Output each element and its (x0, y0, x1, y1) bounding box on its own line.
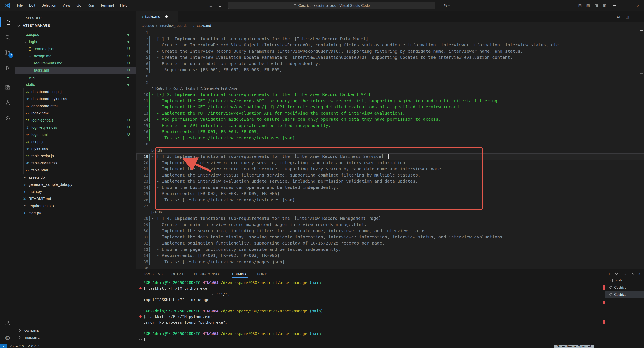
terminal-profile-chevron-icon[interactable] (615, 272, 618, 274)
file-login-script-js[interactable]: JSlogin-script.jsU (15, 117, 136, 124)
menu-terminal[interactable]: Terminal (97, 2, 117, 9)
terminal-session-bash[interactable]: >_bash (605, 277, 644, 284)
folder-wiki[interactable]: wiki (15, 74, 136, 81)
editor-line-27[interactable]: 27 (136, 203, 644, 209)
session-sync-button[interactable]: ↻ (444, 0, 450, 11)
panel-tab-output[interactable]: OUTPUT (172, 269, 185, 279)
file-table-script-js[interactable]: JStable-script.js (15, 152, 136, 160)
split-editor-icon[interactable]: ◫ (625, 14, 629, 19)
editor-line-2[interactable]: 2- [ ] 1. Implement functional sub-requi… (136, 36, 644, 42)
editor-line-36[interactable]: 36 (136, 265, 644, 269)
panel-tab-debug-console[interactable]: DEBUG CONSOLE (194, 269, 223, 279)
maximize-panel-icon[interactable] (631, 273, 633, 276)
editor-line-24[interactable]: 24 - Ensure the business services can op… (136, 184, 644, 191)
explorer-more-icon[interactable]: ··· (127, 15, 132, 20)
panel-tab-terminal[interactable]: TERMINAL (232, 269, 248, 279)
workspace-root[interactable]: ASSET-MANAGE (15, 22, 136, 29)
editor-line-5[interactable]: 5 - Create the Interview Evaluation Upda… (136, 54, 644, 61)
editor-line-13[interactable]: 13 - Implement the PUT /interview/evalua… (136, 110, 644, 116)
breadcrumb-tasks-md[interactable]: tasks.md (197, 24, 211, 28)
open-preview-icon[interactable]: ⧉ (617, 14, 620, 19)
panel-tab-ports[interactable]: PORTS (257, 269, 268, 279)
file-styles-css[interactable]: #styles.css (15, 145, 136, 152)
file-main-py[interactable]: ❖main.py (15, 188, 136, 195)
breadcrumb[interactable]: .cospec›interview_records›↓tasks.md (136, 22, 644, 30)
file-cometa-json[interactable]: {}.cometa.jsonU (15, 45, 136, 52)
minimize-button[interactable] (609, 0, 620, 11)
close-panel-icon[interactable]: × (638, 272, 641, 276)
editor-line-7[interactable]: 7 - _Requirements: [FR-001, FR-002, FR-0… (136, 67, 644, 73)
terminal-session-costrict[interactable]: Costrict (605, 291, 644, 298)
file-table-html[interactable]: <>table.html (15, 167, 136, 174)
editor-line-9[interactable]: 9 (136, 79, 644, 86)
command-center-search[interactable]: Costrict - asset-manage - Visual Studio … (228, 2, 435, 9)
codelens-run-all-tasks[interactable]: ▷Run All Tasks (169, 86, 195, 91)
editor-line-26[interactable]: 26 - _Tests: [testcases/interview_record… (136, 197, 644, 203)
file-assets-db[interactable]: ≡assets.db (15, 174, 136, 181)
editor-line-20[interactable]: 20 - Implement the interview record quer… (136, 160, 644, 166)
file-design-md[interactable]: ↓design.mdU (15, 52, 136, 60)
editor-line-4[interactable]: 4 - Create the Interview Record Query Pa… (136, 48, 644, 54)
folder-cospec[interactable]: .cospec (15, 31, 136, 38)
editor-line-29[interactable]: 29 - Create the main interview record ma… (136, 222, 644, 228)
panel-tab-problems[interactable]: PROBLEMS (144, 269, 163, 279)
editor-line-31[interactable]: 31 - Implement the data table display, s… (136, 234, 644, 240)
editor-line-15[interactable]: 15 - Ensure the API interfaces can opera… (136, 122, 644, 129)
editor-line-22[interactable]: 22 - Implement the interview status filt… (136, 172, 644, 178)
editor-line-33[interactable]: 33 - Ensure the page functionality can o… (136, 246, 644, 253)
folder-login[interactable]: login (15, 38, 136, 45)
customize-layout-icon[interactable]: ▣ (603, 3, 606, 8)
file-requirements-txt[interactable]: ≡requirements.txt (15, 202, 136, 210)
editor-line-6[interactable]: 6 - Ensure the data model can operate an… (136, 61, 644, 67)
editor-more-icon[interactable]: ⋯ (634, 14, 638, 19)
editor-line-25[interactable]: 25 - Requirements: [FR-002, FR-003, FR-0… (136, 190, 644, 197)
problems-item[interactable]: ⊘ 0 ⚠ 0 (26, 344, 41, 348)
editor-line-23[interactable]: 23 - Implement the interview evaluation … (136, 178, 644, 184)
maximize-button[interactable] (620, 0, 632, 11)
search-view-icon[interactable] (0, 30, 15, 44)
file-generate-sample-data-py[interactable]: ❖generate_sample_data.py (15, 181, 136, 188)
file-start-py[interactable]: ❖start.py (15, 210, 136, 216)
back-icon[interactable]: ← (209, 3, 213, 8)
file-index-html[interactable]: <>index.html (15, 110, 136, 117)
file-tasks-md[interactable]: ↓tasks.mdU (15, 67, 136, 74)
editor-line-14[interactable]: 14 - Add permission validation middlewar… (136, 116, 644, 122)
testing-icon[interactable] (0, 96, 15, 110)
file-table-styles-css[interactable]: #table-styles.css (15, 160, 136, 167)
editor-line-32[interactable]: 32 - Implement pagination functionality,… (136, 240, 644, 246)
settings-gear-icon[interactable]: ⚙ (0, 331, 15, 345)
file-dashboard-html[interactable]: <>dashboard.html (15, 102, 136, 110)
menu-edit[interactable]: Edit (26, 2, 38, 9)
editor-line-1[interactable]: 1 (136, 30, 644, 36)
editor-line-35[interactable]: 35 - _Tests: [testcases/interview_record… (136, 259, 644, 265)
menu-help[interactable]: Help (117, 2, 130, 9)
editor-line-19[interactable]: 19- [ ] 3. Implement functional sub-requ… (136, 154, 644, 160)
explorer-icon[interactable] (0, 15, 15, 29)
menu-file[interactable]: File (14, 2, 26, 9)
file-script-js[interactable]: JSscript.js (15, 138, 136, 145)
menu-go[interactable]: Go (73, 2, 84, 9)
forward-icon[interactable]: → (218, 3, 222, 8)
section-outline[interactable]: OUTLINE (15, 327, 136, 334)
screen-reader-optimized-item[interactable]: Screen Reader Optimized (554, 345, 594, 348)
terminal-session-costrict[interactable]: Costrict (605, 284, 644, 291)
extensions-icon[interactable] (0, 80, 15, 94)
editor-line-30[interactable]: 30 - Implement the search area, includin… (136, 228, 644, 234)
code-area[interactable]: 12- [ ] 1. Implement functional sub-requ… (136, 30, 644, 269)
editor-line-8[interactable]: 8 (136, 73, 644, 79)
editor-line-17[interactable]: 17 - _Tests: [testcases/interview_record… (136, 135, 644, 141)
codelens-retry[interactable]: ↻Retry (152, 86, 164, 91)
breadcrumb-interview-records[interactable]: interview_records (160, 24, 188, 28)
codelens-run[interactable]: ▷Run (152, 210, 162, 214)
breadcrumb-cospec[interactable]: .cospec (142, 24, 154, 28)
editor-line-10[interactable]: 10- [x] 2. Implement functional sub-requ… (136, 92, 644, 98)
file-dashboard-styles-css[interactable]: #dashboard-styles.css (15, 95, 136, 102)
section-timeline[interactable]: TIMELINE (15, 334, 136, 341)
menu-view[interactable]: View (60, 2, 74, 9)
editor-line-11[interactable]: 11 - Implement the GET /interview/record… (136, 98, 644, 104)
unsaved-dot-icon[interactable] (165, 15, 168, 18)
file-readme-md[interactable]: ⓘREADME.md (15, 195, 136, 202)
editor-line-12[interactable]: 12 - Implement the GET /interview/evalua… (136, 104, 644, 110)
file-dashboard-script-js[interactable]: JSdashboard-script.js (15, 88, 136, 95)
menu-run[interactable]: Run (84, 2, 97, 9)
